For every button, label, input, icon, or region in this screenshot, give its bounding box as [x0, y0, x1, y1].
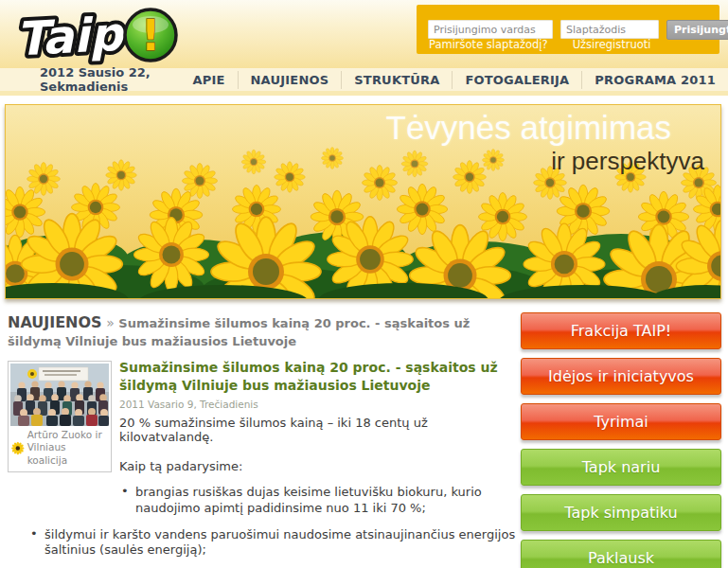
bullet-text: šildymui ir karšto vandens paruošimui na…: [44, 527, 515, 558]
article-photo-frame: Artūro Zuoko ir Vilniaus koalicija: [8, 361, 112, 472]
nav-item-fotogalerija[interactable]: FOTOGALERIJA: [452, 71, 581, 89]
login-panel: Prisijungti Pamiršote slaptažodį? Užsire…: [417, 5, 719, 54]
bullet-text: brangias rusiškas dujas keisime lietuviš…: [135, 485, 482, 515]
username-input[interactable]: [428, 20, 553, 39]
login-button[interactable]: Prisijungti: [666, 20, 728, 40]
header: Taip ! Prisijungti Pamiršote slaptažodį?…: [0, 0, 728, 68]
article-date: 2011 Vasario 9, Trečiadienis: [119, 399, 519, 410]
sidebar-button-tapk-nariu[interactable]: Tapk nariu: [521, 449, 721, 486]
register-link[interactable]: Užsiregistruoti: [573, 38, 651, 51]
hero-banner: Tėvynės atgimimas ir perspektyva: [5, 104, 721, 299]
breadcrumb: NAUJIENOS » Sumažinsime šilumos kainą 20…: [8, 312, 519, 351]
logo-exclamation-icon: !: [141, 11, 160, 60]
photo-caption: Artūro Zuoko ir Vilniaus koalicija: [10, 426, 109, 470]
nav-item-programa-2011[interactable]: PROGRAMA 2011: [581, 71, 728, 89]
sidebar-button-tyrimai[interactable]: Tyrimai: [521, 403, 721, 440]
password-input[interactable]: [560, 20, 659, 39]
logo-text: Taip: [15, 7, 127, 65]
taip-logo-graphic: Taip !: [11, 3, 184, 65]
nav-item-naujienos[interactable]: NAUJIENOS: [238, 71, 342, 89]
main-column: NAUJIENOS » Sumažinsime šilumos kainą 20…: [8, 312, 519, 568]
article-header-block: Sumažinsime šilumos kainą 20 proc. - sąs…: [119, 359, 519, 517]
photo-caption-text: Artūro Zuoko ir Vilniaus koalicija: [27, 429, 108, 468]
menu: APIE NAUJIENOS STRUKTŪRA FOTOGALERIJA PR…: [180, 71, 728, 89]
login-form-row: Prisijungti: [428, 20, 728, 40]
breadcrumb-separator: »: [106, 315, 115, 330]
sidebar-button-idejos-ir-iniciatyvos[interactable]: Idėjos ir iniciatyvos: [521, 358, 721, 395]
login-links: Pamiršote slaptažodį? Užsiregistruoti: [429, 38, 651, 51]
breadcrumb-section-naujienos[interactable]: NAUJIENOS: [8, 313, 102, 331]
sidebar-button-paklausk[interactable]: Paklausk: [521, 540, 721, 568]
article-how-heading: Kaip tą padarysime:: [119, 459, 519, 473]
forgot-password-link[interactable]: Pamiršote slaptažodį?: [429, 38, 548, 51]
coalition-group-photo[interactable]: [10, 364, 109, 426]
sidebar: Frakcija TAIP! Idėjos ir iniciatyvos Tyr…: [521, 312, 721, 568]
article-intro: 20 % sumažinsime šilumos kainą – iki 18 …: [119, 416, 519, 444]
sidebar-button-frakcija-taip[interactable]: Frakcija TAIP!: [521, 312, 721, 349]
hero-subtitle: ir perspektyva: [551, 147, 704, 176]
list-item: • šildymui ir karšto vandens paruošimui …: [28, 527, 519, 559]
nav-item-apie[interactable]: APIE: [180, 71, 237, 89]
sunflower-icon: [11, 435, 25, 461]
content-area: NAUJIENOS » Sumažinsime šilumos kainą 20…: [8, 312, 721, 568]
taip-logo[interactable]: Taip !: [11, 3, 184, 69]
news-article: Artūro Zuoko ir Vilniaus koalicija Sumaž…: [8, 359, 519, 568]
bullet-marker: •: [121, 484, 129, 500]
current-date-label: 2012 Sausio 22, Sekmadienis: [40, 65, 153, 94]
hero-title: Tėvynės atgimimas: [386, 109, 671, 147]
article-bullet-list: • šildymui ir karšto vandens paruošimui …: [28, 527, 519, 568]
bullet-marker: •: [30, 526, 38, 542]
nav-item-struktura[interactable]: STRUKTŪRA: [341, 71, 452, 89]
article-title: Sumažinsime šilumos kainą 20 proc. - sąs…: [119, 359, 519, 396]
list-item: • brangias rusiškas dujas keisime lietuv…: [119, 485, 519, 517]
sidebar-button-tapk-simpatiku[interactable]: Tapk simpatiku: [521, 494, 721, 531]
main-navigation: 2012 Sausio 22, Sekmadienis APIE NAUJIEN…: [0, 68, 728, 96]
